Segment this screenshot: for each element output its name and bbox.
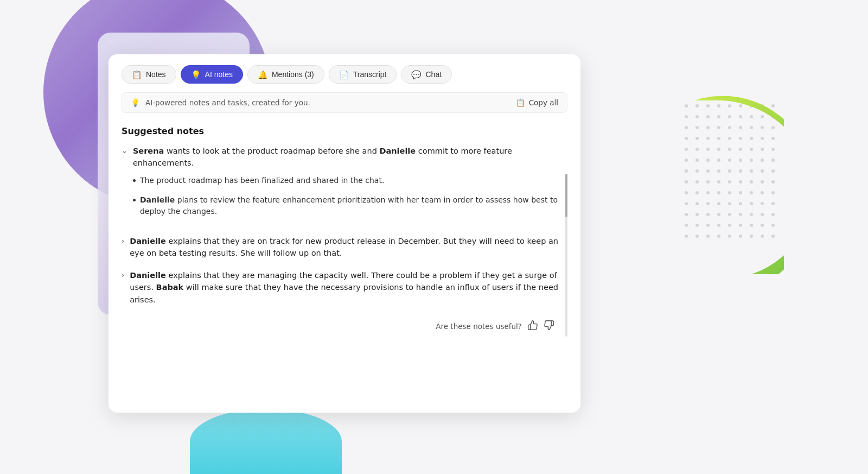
- ai-notes-tab-icon: 💡: [191, 71, 201, 79]
- note-item-3: › Danielle explains that they are managi…: [122, 269, 567, 306]
- tab-chat-label: Chat: [425, 70, 442, 79]
- bullet-dot-1: [133, 179, 136, 182]
- note-item-1-bullets: The product roadmap has been finalized a…: [133, 175, 567, 218]
- copy-all-button[interactable]: 📋 Copy all: [516, 98, 558, 107]
- bullet-item-1: The product roadmap has been finalized a…: [133, 175, 567, 187]
- section-title: Suggested notes: [122, 126, 567, 136]
- copy-icon: 📋: [516, 98, 525, 107]
- transcript-tab-icon: 📄: [339, 71, 349, 79]
- thumbs-up-button[interactable]: [527, 320, 538, 333]
- babak-name: Babak: [156, 283, 184, 292]
- note-item-1: ⌄ Serena wants to look at the product ro…: [122, 145, 567, 225]
- tab-notes[interactable]: 📋 Notes: [122, 65, 176, 84]
- scrollbar-thumb[interactable]: [565, 174, 567, 217]
- serena-name: Serena: [133, 147, 164, 155]
- chevron-down-icon[interactable]: ⌄: [122, 146, 127, 155]
- info-bar-left: 💡 AI-powered notes and tasks, created fo…: [131, 98, 310, 107]
- tab-ai-notes-label: AI notes: [205, 70, 233, 79]
- bullet-dot-2: [133, 199, 136, 201]
- thumbs-down-button[interactable]: [544, 320, 554, 333]
- note-item-3-text: Danielle explains that they are managing…: [130, 269, 567, 306]
- tab-mentions-label: Mentions (3): [272, 70, 314, 79]
- bullet-2-text: Danielle plans to review the feature enh…: [140, 194, 567, 218]
- bullet-1-text: The product roadmap has been finalized a…: [140, 175, 384, 187]
- tab-chat[interactable]: 💬 Chat: [401, 65, 452, 84]
- note-item-1-text: Serena wants to look at the product road…: [133, 145, 567, 169]
- danielle-name-4: Danielle: [130, 271, 166, 280]
- danielle-name-3: Danielle: [130, 237, 166, 245]
- feedback-row: Are these notes useful?: [122, 315, 567, 344]
- bg-green-arc: [659, 95, 784, 301]
- content-area: Suggested notes ⌄ Serena wants to look a…: [108, 117, 580, 357]
- copy-all-label: Copy all: [529, 98, 558, 107]
- tab-notes-label: Notes: [146, 70, 166, 79]
- notes-tab-icon: 📋: [132, 71, 142, 79]
- tab-transcript-label: Transcript: [353, 70, 387, 79]
- info-bar: 💡 AI-powered notes and tasks, created fo…: [122, 92, 567, 113]
- chat-tab-icon: 💬: [411, 71, 422, 79]
- feedback-question: Are these notes useful?: [436, 322, 522, 331]
- tab-transcript[interactable]: 📄 Transcript: [329, 65, 397, 84]
- bg-cyan-arc: [190, 409, 342, 474]
- note-item-2: › Danielle explains that they are on tra…: [122, 235, 567, 260]
- note-item-2-text: Danielle explains that they are on track…: [130, 235, 567, 260]
- note-item-1-content: Serena wants to look at the product road…: [133, 145, 567, 225]
- tab-mentions[interactable]: 🔔 Mentions (3): [247, 65, 324, 84]
- danielle-name-1: Danielle: [379, 147, 416, 155]
- danielle-name-2: Danielle: [140, 195, 175, 204]
- chevron-right-icon-2[interactable]: ›: [122, 270, 124, 279]
- main-card: 📋 Notes 💡 AI notes 🔔 Mentions (3) 📄 Tran…: [108, 54, 580, 413]
- bullet-item-2: Danielle plans to review the feature enh…: [133, 194, 567, 218]
- mentions-tab-icon: 🔔: [258, 71, 268, 79]
- chevron-right-icon-1[interactable]: ›: [122, 236, 124, 245]
- info-bar-icon: 💡: [131, 98, 140, 107]
- info-bar-description: AI-powered notes and tasks, created for …: [145, 98, 310, 107]
- tab-bar: 📋 Notes 💡 AI notes 🔔 Mentions (3) 📄 Tran…: [108, 54, 580, 84]
- tab-ai-notes[interactable]: 💡 AI notes: [181, 65, 243, 84]
